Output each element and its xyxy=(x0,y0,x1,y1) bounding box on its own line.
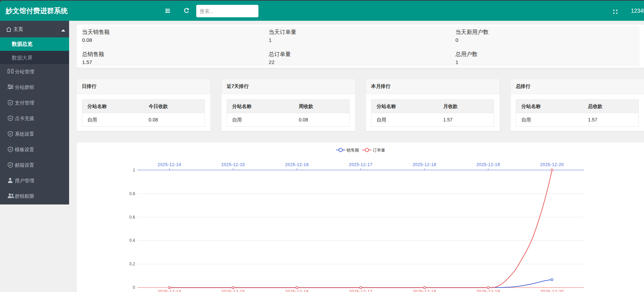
svg-text:2025-12-17: 2025-12-17 xyxy=(349,162,372,167)
svg-text:2025-12-16: 2025-12-16 xyxy=(285,162,309,167)
svg-text:0.8: 0.8 xyxy=(129,191,135,196)
svg-text:订单量: 订单量 xyxy=(373,148,385,153)
svg-text:2025-12-14: 2025-12-14 xyxy=(158,289,181,292)
svg-text:2025-12-14: 2025-12-14 xyxy=(158,162,181,167)
svg-text:2025-12-19: 2025-12-19 xyxy=(476,289,500,292)
svg-text:0: 0 xyxy=(133,285,135,290)
svg-text:2025-12-18: 2025-12-18 xyxy=(413,162,436,167)
svg-text:0.6: 0.6 xyxy=(129,215,135,220)
svg-text:2025-12-18: 2025-12-18 xyxy=(413,289,436,292)
svg-text:2025-12-19: 2025-12-19 xyxy=(476,162,500,167)
svg-text:销售额: 销售额 xyxy=(346,148,359,153)
svg-text:1: 1 xyxy=(133,168,135,173)
svg-text:0.4: 0.4 xyxy=(129,238,135,243)
svg-text:0.2: 0.2 xyxy=(129,262,135,266)
svg-text:2025-12-16: 2025-12-16 xyxy=(285,289,309,292)
svg-text:2025-12-20: 2025-12-20 xyxy=(540,162,564,167)
svg-text:2025-12-15: 2025-12-15 xyxy=(221,289,245,292)
svg-text:2025-12-17: 2025-12-17 xyxy=(349,289,372,292)
svg-text:2025-12-20: 2025-12-20 xyxy=(540,289,564,292)
svg-text:2025-12-15: 2025-12-15 xyxy=(221,162,245,167)
